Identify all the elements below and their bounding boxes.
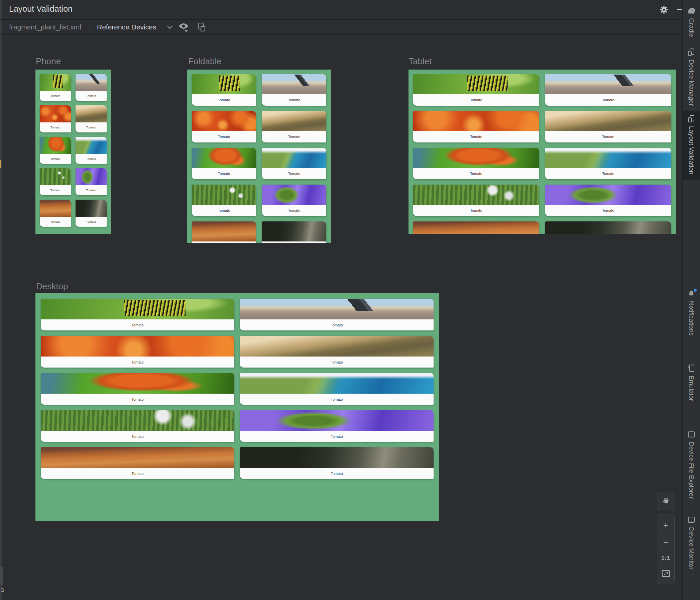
plant-name-label: Tomato bbox=[240, 319, 433, 331]
plant-image-dark-forest bbox=[262, 221, 326, 241]
sidebar-item-layout-validation[interactable]: Layout Validation bbox=[683, 111, 700, 180]
plant-name-label: Tomato bbox=[192, 241, 256, 243]
plant-name-label: Tomato bbox=[240, 357, 433, 367]
plant-card: Tomato bbox=[41, 373, 234, 405]
plant-image-red-maple bbox=[40, 105, 71, 122]
plant-name-label: Tomato bbox=[240, 394, 433, 405]
plant-card: Tomato bbox=[76, 105, 107, 133]
plant-name-label: Tomato bbox=[262, 205, 326, 216]
plant-image-telescope-city bbox=[545, 74, 671, 94]
plant-name-label: Tomato bbox=[76, 122, 107, 133]
plant-card: Tomato bbox=[545, 185, 671, 216]
plant-image-desert-canyon bbox=[40, 200, 71, 217]
plant-name-label: Tomato bbox=[41, 394, 234, 405]
plant-name-label: Tomato bbox=[41, 431, 234, 442]
plant-image-coastal-aerial bbox=[240, 373, 433, 394]
device-phone-icon bbox=[687, 115, 695, 123]
sidebar-item-label: Device File Explorer bbox=[688, 442, 695, 499]
actual-size-button[interactable]: 1:1 bbox=[661, 555, 670, 561]
plant-card: Tomato bbox=[413, 74, 539, 106]
plant-image-telescope-city bbox=[262, 74, 326, 94]
plant-card: Tomato bbox=[545, 148, 671, 179]
plant-name-label: Tomato bbox=[545, 205, 671, 216]
gear-icon bbox=[659, 5, 668, 14]
copy-layers-icon[interactable] bbox=[195, 22, 206, 33]
plant-image-dark-forest bbox=[545, 221, 671, 234]
plant-name-label: Tomato bbox=[76, 154, 107, 164]
plant-image-orange-maple bbox=[40, 137, 71, 154]
tablet-icon bbox=[687, 430, 695, 438]
plant-image-purple-river bbox=[545, 185, 671, 205]
plant-name-label: Tomato bbox=[545, 168, 671, 179]
chevron-down-icon[interactable] bbox=[167, 25, 173, 30]
plant-card: Tomato bbox=[40, 74, 71, 101]
settings-button[interactable] bbox=[659, 5, 668, 14]
plant-name-label: Tomato bbox=[40, 185, 71, 195]
sidebar-item-emulator[interactable]: Emulator bbox=[683, 364, 700, 401]
fit-to-screen-button[interactable] bbox=[661, 570, 671, 578]
notification-badge bbox=[694, 289, 697, 292]
plant-name-label: Tomato bbox=[240, 431, 433, 442]
section-heading-foldable: Foldable bbox=[188, 56, 222, 67]
plant-name-label: Tomato bbox=[76, 217, 107, 227]
plant-image-wood-drops bbox=[76, 105, 107, 122]
plant-image-wood-drops bbox=[545, 111, 671, 131]
plant-image-orange-maple bbox=[41, 373, 234, 394]
file-tab[interactable]: fragment_plant_list.xml bbox=[9, 23, 81, 31]
editor-edge-fragment-bottom bbox=[0, 567, 3, 585]
zoom-out-button[interactable]: − bbox=[663, 538, 668, 547]
plant-card: Tomato bbox=[413, 111, 539, 142]
plant-card: Tomato bbox=[40, 200, 71, 227]
page-title: Layout Validation bbox=[9, 4, 73, 14]
plant-card: Tomato bbox=[262, 148, 326, 179]
plant-image-coastal-aerial bbox=[262, 148, 326, 168]
plant-name-label: Tomato bbox=[76, 185, 107, 195]
tablet-icon bbox=[687, 516, 695, 524]
section-heading-tablet: Tablet bbox=[408, 56, 431, 67]
plant-name-label: Tomato bbox=[76, 91, 107, 101]
plant-image-farm-aerial bbox=[413, 185, 539, 205]
gradle-elephant-icon bbox=[687, 7, 696, 15]
plant-image-farm-aerial bbox=[40, 168, 71, 185]
plant-card: Tomato bbox=[192, 148, 256, 179]
device-preview-phone: TomatoTomatoTomatoTomatoTomatoTomatoToma… bbox=[35, 70, 111, 234]
pan-button[interactable] bbox=[657, 491, 675, 510]
sidebar-item-device-monitor[interactable]: Device Monitor bbox=[683, 516, 700, 570]
device-preview-tablet: TomatoTomatoTomatoTomatoTomatoTomatoToma… bbox=[408, 70, 676, 234]
sidebar-item-gradle[interactable]: Gradle bbox=[683, 7, 700, 37]
fit-screen-icon bbox=[661, 570, 671, 578]
layout-validation-toolbar: fragment_plant_list.xml Reference Device… bbox=[0, 20, 683, 35]
plant-image-desert-canyon bbox=[41, 447, 234, 468]
plant-name-label: Tomato bbox=[262, 241, 326, 243]
editor-edge-text: a bbox=[0, 586, 4, 594]
plant-card: Tomato bbox=[192, 221, 256, 243]
plant-card: Tomato bbox=[240, 447, 433, 479]
plant-card: Tomato bbox=[40, 137, 71, 164]
plant-card: Tomato bbox=[41, 410, 234, 442]
plant-card: Tomato bbox=[413, 185, 539, 216]
plant-card: Tomato bbox=[76, 200, 107, 227]
plant-image-orange-maple bbox=[413, 148, 539, 168]
tool-window-titlebar: Layout Validation bbox=[0, 0, 683, 20]
plant-card: Tomato bbox=[262, 74, 326, 106]
plant-name-label: Tomato bbox=[262, 94, 326, 106]
plant-card: Tomato bbox=[41, 447, 234, 479]
plant-image-red-maple bbox=[192, 111, 256, 131]
plant-card: Tomato bbox=[76, 137, 107, 164]
zoom-controls: + − 1:1 bbox=[657, 514, 675, 584]
plant-card: Tomato bbox=[240, 373, 433, 405]
sidebar-item-device-manager[interactable]: Device Manager bbox=[683, 48, 700, 106]
plant-name-label: Tomato bbox=[192, 131, 256, 142]
plant-image-telescope-city bbox=[240, 299, 433, 319]
plant-image-desert-canyon bbox=[192, 221, 256, 241]
zoom-in-button[interactable]: + bbox=[663, 521, 668, 529]
plant-image-caterpillar bbox=[413, 74, 539, 94]
sidebar-item-notifications[interactable]: Notifications bbox=[683, 290, 700, 336]
plant-name-label: Tomato bbox=[41, 468, 234, 479]
device-set-selector[interactable]: Reference Devices bbox=[97, 23, 156, 31]
plant-image-dark-forest bbox=[76, 200, 107, 217]
visibility-eye-icon[interactable] bbox=[178, 22, 190, 32]
plant-card: Tomato bbox=[41, 336, 234, 367]
sidebar-item-device-file-explorer[interactable]: Device File Explorer bbox=[683, 430, 700, 499]
emulator-icon bbox=[687, 364, 695, 372]
